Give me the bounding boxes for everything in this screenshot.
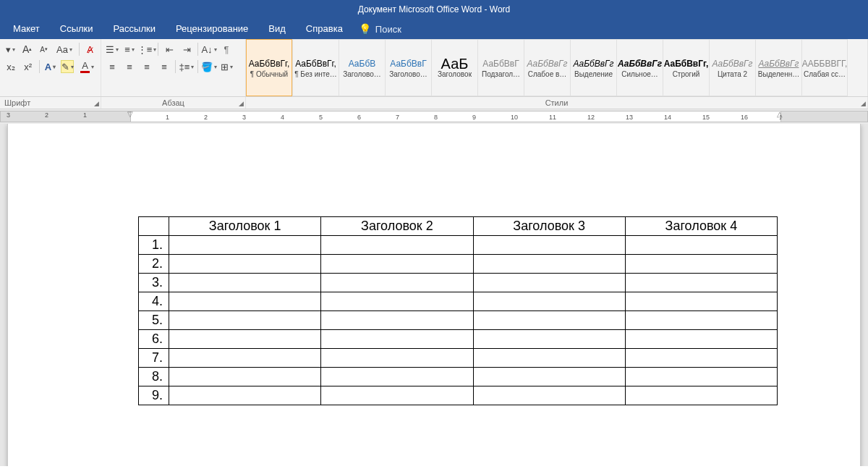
group-paragraph: ☰ ≡ ⋮≡ ⇤ ⇥ A↓ ¶ ≡ ≡ ≡ ≡ ‡≡ 🪣 ⊞ [101,39,246,96]
numbering-button[interactable]: ≡ [123,43,136,56]
show-marks-button[interactable]: ¶ [220,43,233,56]
change-case-button[interactable]: Aa [54,43,75,56]
grow-font-button[interactable]: A▴ [21,43,33,56]
lightbulb-icon: 💡 [359,23,371,35]
style-item[interactable]: АаБбВвГгВыделение [570,39,616,96]
group-font: ▾ A▴ A▾ Aa A̷ x₂ x² A ✎ A [0,39,101,96]
title-bar: Документ Microsoft Office Word - Word [0,0,868,19]
shrink-font-button[interactable]: A▾ [38,43,50,56]
font-launcher-icon[interactable]: ◢ [94,100,99,107]
document-page[interactable]: Заголовок 1Заголовок 2Заголовок 3Заголов… [7,124,861,466]
table-header[interactable]: Заголовок 1 [169,217,321,236]
table-row[interactable]: 8. [139,368,778,386]
increase-indent-button[interactable]: ⇥ [180,43,193,56]
separator [39,60,40,73]
app-title: Документ Microsoft Office Word - Word [358,4,511,14]
style-item[interactable]: АаБбВвГг,Строгий [663,39,709,96]
tab-review[interactable]: Рецензирование [166,19,258,39]
superscript-button[interactable]: x² [22,60,35,73]
align-left-button[interactable]: ≡ [106,60,119,73]
search-placeholder: Поиск [375,24,401,35]
style-item[interactable]: АаБбВвГПодзагол… [477,39,524,96]
align-right-button[interactable]: ≡ [140,60,153,73]
tab-references[interactable]: Ссылки [50,19,103,39]
ribbon: ▾ A▴ A▾ Aa A̷ x₂ x² A ✎ A ☰ ≡ ⋮≡ [0,39,868,97]
tab-view[interactable]: Вид [258,19,296,39]
align-center-button[interactable]: ≡ [123,60,136,73]
left-indent-marker[interactable]: ▽ [127,110,133,118]
table-row[interactable]: 5. [139,311,778,330]
style-item[interactable]: АаБбВвГг,¶ Без инте… [292,39,339,96]
table-header[interactable]: Заголовок 2 [321,217,473,236]
ribbon-tabs: Макет Ссылки Рассылки Рецензирование Вид… [0,19,868,39]
font-color-button[interactable]: A [78,60,96,73]
line-spacing-button[interactable]: ‡≡ [180,60,193,73]
table-row[interactable]: 4. [139,292,778,311]
font-size-dropdown[interactable]: ▾ [4,43,17,56]
table-header[interactable]: Заголовок 3 [473,217,625,236]
separator [197,43,198,56]
highlight-button[interactable]: ✎ [61,60,74,73]
tell-me-search[interactable]: 💡 Поиск [353,23,407,35]
table-row[interactable]: 1. [139,236,778,255]
style-item[interactable]: АаБбВвГг,¶ Обычный [246,39,292,96]
style-item[interactable]: АаБЗаголовок [431,39,477,96]
styles-group-label: Стили◢ [246,97,868,109]
text-effects-button[interactable]: A [44,60,57,73]
separator [197,60,198,73]
style-item[interactable]: ААББВВГГ,Слабая сс… [801,39,848,96]
table-row[interactable]: 7. [139,349,778,368]
multilevel-button[interactable]: ⋮≡ [140,43,153,56]
paragraph-launcher-icon[interactable]: ◢ [239,100,244,107]
clear-formatting-button[interactable]: A̷ [84,43,96,56]
style-item[interactable]: АаБбВвГгСильное… [616,39,663,96]
group-labels: Шрифт◢ Абзац◢ Стили◢ [0,97,868,109]
style-item[interactable]: АаБбВвГгЦитата 2 [709,39,755,96]
separator [175,60,176,73]
shading-button[interactable]: 🪣 [203,60,216,73]
sort-button[interactable]: A↓ [203,43,216,56]
bullets-button[interactable]: ☰ [106,43,119,56]
table-header[interactable]: Заголовок 4 [625,217,777,236]
tab-layout[interactable]: Макет [3,19,50,39]
decrease-indent-button[interactable]: ⇤ [163,43,176,56]
borders-button[interactable]: ⊞ [220,60,233,73]
document-workspace[interactable]: Заголовок 1Заголовок 2Заголовок 3Заголов… [0,124,868,466]
styles-gallery[interactable]: АаБбВвГг,¶ ОбычныйАаБбВвГг,¶ Без инте…Аа… [246,39,867,96]
subscript-button[interactable]: x₂ [4,60,17,73]
table-row[interactable]: 9. [139,386,778,405]
right-indent-marker[interactable]: △ [777,110,783,118]
style-item[interactable]: АаБбВвГЗаголово… [385,39,431,96]
style-item[interactable]: АаБбВвГгВыделенн… [755,39,801,96]
paragraph-group-label: Абзац◢ [101,97,246,109]
style-item[interactable]: АаБбВЗаголово… [339,39,385,96]
document-table[interactable]: Заголовок 1Заголовок 2Заголовок 3Заголов… [138,216,778,405]
style-item[interactable]: АаБбВвГгСлабое в… [524,39,570,96]
table-row[interactable]: 6. [139,330,778,349]
table-row[interactable]: 3. [139,274,778,292]
tab-help[interactable]: Справка [296,19,353,39]
table-row[interactable]: 2. [139,255,778,274]
font-group-label: Шрифт◢ [0,97,101,109]
group-styles: АаБбВвГг,¶ ОбычныйАаБбВвГг,¶ Без инте…Аа… [246,39,868,96]
separator [79,43,80,56]
separator [158,43,158,56]
justify-button[interactable]: ≡ [158,60,171,73]
horizontal-ruler[interactable]: 321 1234567891011121314151617 ▽ △ [0,109,868,124]
styles-launcher-icon[interactable]: ◢ [861,100,866,107]
tab-mailings[interactable]: Рассылки [103,19,166,39]
